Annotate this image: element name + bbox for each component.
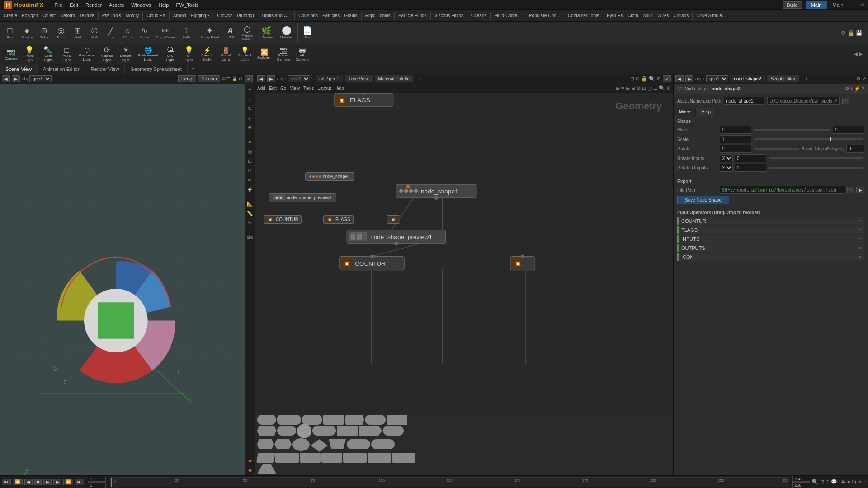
shape-pill-8[interactable] <box>347 439 370 449</box>
end-frame-input2[interactable] <box>792 482 810 488</box>
tool-portal-light[interactable]: 🚪 PortalLight <box>217 46 235 63</box>
timeline-start[interactable]: ⏮ <box>2 479 11 485</box>
input-op-icon[interactable]: ICON ≡ <box>677 253 864 261</box>
ctr-nav-back[interactable]: ◀ <box>257 75 265 82</box>
param-scale-val[interactable] <box>720 135 751 143</box>
shape-rect-6[interactable] <box>368 453 391 463</box>
tool-spot-light[interactable]: 🔦 SpotLight <box>39 45 57 63</box>
tb2-oceans[interactable]: Oceans <box>469 12 488 19</box>
vp-tool-8[interactable]: 📏 <box>245 209 255 218</box>
tab-animation-editor[interactable]: Animation Editor <box>38 64 85 74</box>
tool-gi-light[interactable]: 💡 GILight <box>180 45 198 63</box>
param-rotate-step-val[interactable] <box>846 145 864 153</box>
menu-assets[interactable]: Assets <box>105 1 127 9</box>
tb2-pwtools[interactable]: PW Tools <box>100 12 123 19</box>
save-node-shape-button[interactable]: Save Node Shape <box>677 196 729 204</box>
tool-font[interactable]: A Font <box>222 26 238 40</box>
center-tab-treeview[interactable]: Tree View <box>345 75 373 82</box>
shape-pill-6[interactable] <box>312 426 336 436</box>
ng-node-flags[interactable]: ▣ FLAGS <box>323 215 354 224</box>
tool-null[interactable]: ∅ Null <box>86 26 103 40</box>
vp-tool-bottom1[interactable]: ◆ <box>245 456 255 465</box>
tb2-viscousfluids[interactable]: Viscous Fluids <box>433 12 465 19</box>
viewport-3d[interactable]: 0 0 1 x y z ✦ ↔ ↻ ⤢ <box>0 84 255 475</box>
tool-geometry-light[interactable]: ⬡ GeometryLight <box>76 46 97 63</box>
shape-flat-1[interactable] <box>387 415 407 425</box>
tool-torus[interactable]: ◎ Torus <box>53 26 69 40</box>
shape-pill-4[interactable] <box>365 415 386 425</box>
vp-camera-toggle[interactable]: Persp <box>178 75 196 82</box>
tb2-arnold[interactable]: Arnold <box>171 12 188 19</box>
tool-path[interactable]: ⤴ Path <box>178 26 194 40</box>
tool-caustic-light[interactable]: ⚡ CausticLight <box>198 46 217 63</box>
param-filepath-input[interactable] <box>720 186 845 194</box>
timeline-track[interactable]: 1 25 50 75 100 125 150 175 200 225 250 <box>110 477 789 487</box>
tool-circle[interactable]: ○ Circle <box>120 26 136 40</box>
second-main-tab[interactable]: Main <box>827 1 849 9</box>
ctr-geo-select[interactable]: geo1 <box>288 75 310 82</box>
shape-rect-1[interactable] <box>323 415 344 425</box>
vp-tool-bottom2[interactable]: ◆ <box>245 465 255 474</box>
shape-pill-1[interactable] <box>257 415 276 425</box>
vp-nav-fwd[interactable]: ▶ <box>12 75 20 82</box>
ng-menu-view[interactable]: View <box>290 86 300 91</box>
timeline-play[interactable]: ▶ <box>43 479 52 485</box>
tb2-populatecon[interactable]: Populate Con... <box>527 12 562 19</box>
ng-node-shape1[interactable]: node_shape1 <box>305 172 354 181</box>
menu-file[interactable]: File <box>51 1 66 9</box>
shape-hex-2[interactable] <box>257 426 276 436</box>
asset-path-input[interactable] <box>767 97 840 105</box>
param-rotate-inputs-axis[interactable]: XYZ <box>720 154 733 162</box>
tb2-drivesimula[interactable]: Drive Simula... <box>694 12 727 19</box>
timeline-step-fwd[interactable]: ▶ <box>53 479 61 485</box>
tb2-texture[interactable]: Texture <box>78 12 96 19</box>
sub-frame-input[interactable] <box>88 482 106 488</box>
ctr-nav-fwd[interactable]: ▶ <box>267 75 275 82</box>
ng-node-preview1[interactable]: ▣▣ node_shape_preview1 <box>269 193 336 202</box>
param-rotate-outputs-val[interactable] <box>735 164 766 172</box>
tool-metaball[interactable]: ⚪ Metaball <box>277 26 296 40</box>
tb2-modify[interactable]: Modify <box>124 12 141 19</box>
tool-stereo-camera[interactable]: 📷 StereoCamera <box>274 46 292 63</box>
ng-menu-edit[interactable]: Edit <box>269 86 277 91</box>
center-tab-material[interactable]: Material Palette <box>375 75 414 82</box>
ng-menu-go[interactable]: Go <box>280 86 286 91</box>
ng-node-countur[interactable]: ▣ COUNTUR <box>264 215 302 224</box>
tool-draw-curve[interactable]: ✏ Draw Curve <box>153 26 178 40</box>
end-frame-input[interactable] <box>792 476 810 482</box>
asset-name-input[interactable] <box>724 97 764 105</box>
timeline-stop[interactable]: ■ <box>34 479 42 485</box>
tb2-grains[interactable]: Grains <box>342 12 359 19</box>
tb2-lights[interactable]: Lights and C... <box>260 12 292 19</box>
tab-help[interactable]: Help <box>696 108 717 116</box>
vp-tool-5[interactable]: ∞ <box>245 175 255 184</box>
tb2-rigidbodies[interactable]: Rigid Bodies <box>363 12 392 19</box>
tool-sphere[interactable]: ● Sphere <box>19 26 36 40</box>
menu-pwtools[interactable]: PW_Tools <box>172 1 202 9</box>
right-tab-nodeshape[interactable]: node_shape2 <box>730 75 765 82</box>
ng-menu-layout[interactable]: Layout <box>317 86 331 91</box>
shape-pill-2[interactable] <box>277 415 301 425</box>
input-op-flags[interactable]: FLAGS ≡ <box>677 226 864 234</box>
right-tab-add[interactable]: + <box>801 75 811 83</box>
param-scale-slider[interactable] <box>754 138 863 140</box>
right-nav-fwd[interactable]: ▶ <box>685 75 693 82</box>
tool-point-light[interactable]: 💡 PointLight <box>20 45 38 63</box>
vp-tool-9[interactable]: ✂ <box>245 218 255 227</box>
shape-pill-7[interactable] <box>383 426 404 436</box>
param-rotate-slider[interactable] <box>754 148 799 150</box>
center-maximize[interactable]: ⤢ <box>663 75 671 82</box>
tb2-object[interactable]: Object <box>41 12 57 19</box>
ng-menu-tools[interactable]: Tools <box>303 86 314 91</box>
shape-hex-3[interactable] <box>257 439 274 449</box>
shape-diamond-1[interactable] <box>274 439 292 449</box>
tab-parameters[interactable]: Move <box>674 108 696 116</box>
vp-nav-back[interactable]: ◀ <box>2 75 10 82</box>
shape-diamond-2[interactable] <box>311 439 328 452</box>
tool-tube[interactable]: ⊙ Tube <box>36 26 52 40</box>
timeline-zoom-icon[interactable]: 🔍 <box>812 479 818 485</box>
tb2-fluidconta[interactable]: Fluid Conta... <box>492 12 523 19</box>
tool-volume-light[interactable]: ⟳ VolumeLight <box>98 45 116 63</box>
input-op-inputs[interactable]: INPUTS ≡ <box>677 235 864 243</box>
tb2-wires[interactable]: Wires <box>656 12 671 19</box>
